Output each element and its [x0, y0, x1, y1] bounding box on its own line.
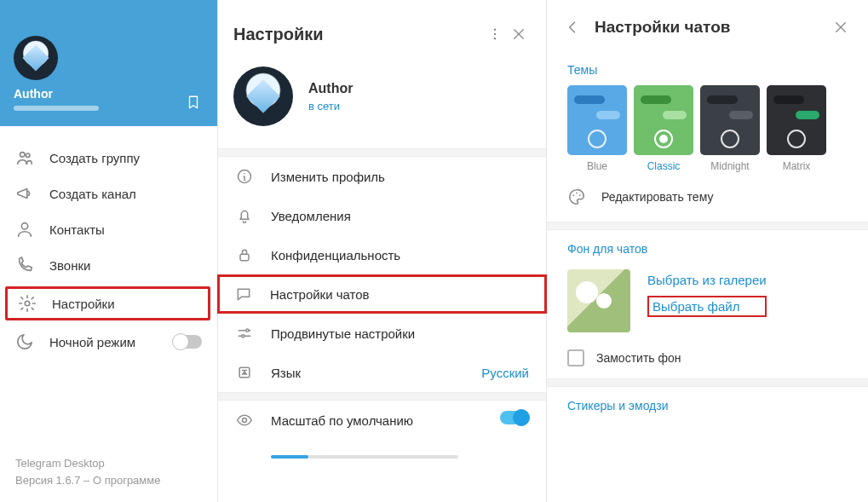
- sidebar-phone: [14, 106, 99, 111]
- settings-item-edit-profile[interactable]: Изменить профиль: [218, 157, 546, 196]
- chat-icon: [234, 285, 253, 303]
- theme-card-matrix[interactable]: Matrix: [767, 85, 826, 172]
- avatar: [233, 66, 293, 126]
- back-icon[interactable]: [562, 17, 583, 38]
- sidebar-item-new-channel[interactable]: Создать канал: [0, 176, 217, 211]
- theme-card-blue[interactable]: Blue: [567, 85, 627, 172]
- phone-icon: [15, 256, 34, 274]
- bell-icon: [235, 206, 254, 225]
- sidebar: Author Создать группу Создать канал Конт…: [0, 0, 218, 502]
- separator: [547, 378, 868, 387]
- tile-background-row[interactable]: Замостить фон: [547, 338, 868, 378]
- sidebar-header: Author: [0, 0, 217, 126]
- profile-status: в сети: [308, 100, 353, 113]
- theme-name: Midnight: [710, 160, 749, 172]
- edit-theme-button[interactable]: Редактировать тему: [547, 172, 868, 222]
- theme-card-midnight[interactable]: Midnight: [700, 85, 760, 172]
- close-icon[interactable]: [831, 17, 851, 38]
- more-menu-icon[interactable]: [483, 22, 507, 46]
- profile-row[interactable]: Author в сети: [218, 61, 546, 148]
- svg-point-12: [243, 418, 247, 423]
- choose-from-gallery-link[interactable]: Выбрать из галереи: [647, 273, 767, 287]
- settings-item-privacy[interactable]: Конфиденциальность: [218, 235, 546, 274]
- svg-point-0: [20, 153, 26, 158]
- settings-item-label: Уведомления: [271, 209, 351, 223]
- sidebar-menu: Создать группу Создать канал Контакты Зв…: [0, 126, 217, 455]
- settings-item-advanced[interactable]: Продвинутые настройки: [218, 314, 546, 353]
- settings-item-label: Настройки чатов: [270, 287, 370, 302]
- sidebar-item-new-group[interactable]: Создать группу: [0, 140, 217, 176]
- svg-point-10: [242, 335, 244, 338]
- svg-point-3: [25, 301, 30, 306]
- settings-panel: Настройки Author в сети Изменить профиль…: [218, 0, 547, 502]
- background-row: Выбрать из галереи Выбрать файл: [547, 264, 868, 338]
- scale-slider[interactable]: [235, 447, 529, 459]
- theme-thumb: [634, 85, 693, 155]
- stickers-label[interactable]: Стикеры и эмодзи: [547, 387, 868, 421]
- avatar[interactable]: [14, 36, 58, 80]
- background-preview[interactable]: [567, 269, 630, 332]
- svg-point-9: [246, 329, 249, 332]
- settings-item-label: Изменить профиль: [271, 170, 385, 184]
- theme-card-classic[interactable]: Classic: [634, 85, 693, 172]
- tile-checkbox[interactable]: [567, 349, 584, 366]
- theme-name: Matrix: [783, 160, 811, 172]
- sidebar-footer: Telegram Desktop Версия 1.6.7 – О програ…: [0, 455, 217, 502]
- moon-icon: [15, 332, 34, 351]
- app-version[interactable]: Версия 1.6.7 – О программе: [15, 472, 202, 489]
- svg-point-4: [494, 29, 496, 31]
- theme-thumb: [767, 85, 826, 155]
- group-icon: [15, 148, 34, 167]
- choose-file-link[interactable]: Выбрать файл: [647, 296, 767, 317]
- sidebar-item-label: Настройки: [52, 297, 115, 311]
- settings-item-default-scale[interactable]: Масштаб по умолчанию: [218, 401, 546, 469]
- info-icon: [235, 167, 254, 186]
- sidebar-item-label: Создать группу: [49, 151, 140, 165]
- themes-row: BlueClassicMidnightMatrix: [547, 85, 868, 172]
- sidebar-item-settings[interactable]: Настройки: [5, 286, 210, 320]
- person-icon: [15, 220, 34, 239]
- svg-point-13: [572, 194, 574, 196]
- lock-icon: [235, 245, 254, 264]
- svg-point-6: [494, 38, 496, 39]
- settings-item-chat-settings[interactable]: Настройки чатов: [217, 274, 547, 314]
- gear-icon: [18, 294, 37, 313]
- settings-item-label: Конфиденциальность: [271, 248, 400, 263]
- scale-label: Масштаб по умолчанию: [271, 413, 413, 428]
- settings-item-label: Продвинутые настройки: [271, 326, 415, 341]
- bookmark-icon[interactable]: [181, 90, 205, 114]
- profile-name: Author: [308, 81, 353, 96]
- sidebar-username: Author: [14, 87, 204, 101]
- separator: [218, 148, 546, 157]
- sidebar-item-night-mode[interactable]: Ночной режим: [0, 324, 217, 360]
- svg-point-5: [494, 33, 496, 35]
- theme-thumb: [567, 85, 627, 155]
- eye-icon: [235, 411, 254, 430]
- sidebar-item-contacts[interactable]: Контакты: [0, 211, 217, 247]
- sidebar-item-calls[interactable]: Звонки: [0, 247, 217, 283]
- default-scale-toggle[interactable]: [500, 411, 529, 424]
- settings-list: Изменить профиль Уведомления Конфиденциа…: [218, 157, 546, 392]
- settings-item-language[interactable]: Язык Русский: [218, 353, 546, 392]
- chat-settings-panel: Настройки чатов Темы BlueClassicMidnight…: [547, 0, 868, 502]
- chat-settings-header: Настройки чатов: [547, 0, 868, 51]
- settings-title: Настройки: [233, 25, 483, 44]
- separator: [547, 222, 868, 230]
- svg-point-1: [26, 153, 30, 158]
- svg-rect-8: [240, 254, 249, 261]
- themes-label: Темы: [547, 51, 868, 85]
- edit-theme-label: Редактировать тему: [601, 190, 713, 204]
- night-mode-toggle[interactable]: [173, 335, 202, 349]
- close-icon[interactable]: [507, 22, 531, 46]
- settings-item-notifications[interactable]: Уведомления: [218, 196, 546, 235]
- svg-point-2: [21, 223, 27, 229]
- sidebar-item-label: Звонки: [49, 258, 90, 273]
- sidebar-item-label: Создать канал: [49, 187, 136, 201]
- chat-settings-title: Настройки чатов: [595, 18, 819, 37]
- theme-name: Blue: [587, 160, 607, 172]
- svg-point-14: [576, 193, 578, 194]
- palette-icon: [567, 188, 586, 206]
- app-name: Telegram Desktop: [15, 455, 202, 472]
- svg-point-15: [579, 194, 581, 196]
- separator: [218, 392, 546, 401]
